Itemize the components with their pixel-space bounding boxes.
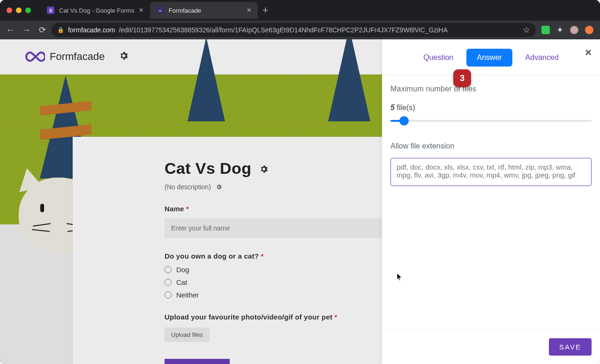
panel-tabs: Question Answer Advanced × 3 <box>382 39 600 75</box>
label-text: Name <box>165 205 184 213</box>
tab-question[interactable]: Question <box>423 51 453 65</box>
submit-button[interactable]: SUBMIT <box>165 359 230 364</box>
favicon-icon: ≣ <box>47 7 54 14</box>
gear-icon[interactable] <box>119 51 129 63</box>
extensions-icon[interactable]: ✦ <box>556 25 563 35</box>
tab-advanced[interactable]: Advanced <box>525 51 559 65</box>
form-title: Cat Vs Dog <box>165 159 251 178</box>
back-button[interactable]: ← <box>4 23 17 37</box>
slider-thumb[interactable] <box>400 117 408 125</box>
slider-track <box>390 120 592 122</box>
file-count-unit: file(s) <box>397 104 415 111</box>
close-panel-icon[interactable]: × <box>585 46 592 59</box>
tab-title: Formfacade <box>169 7 201 14</box>
window-controls <box>7 7 31 13</box>
page-viewport: Formfacade Cat Vs Dog <box>0 39 600 364</box>
tab-google-forms[interactable]: ≣ Cat Vs Dog - Google Forms × <box>40 2 150 19</box>
form-description: (No description) <box>165 183 211 191</box>
file-extension-label: Allow file extension <box>390 142 592 150</box>
gear-icon[interactable] <box>216 184 222 190</box>
required-asterisk: * <box>186 205 189 213</box>
upload-files-button[interactable]: Upload files <box>165 327 210 342</box>
tab-answer[interactable]: Answer <box>466 49 512 67</box>
favicon-icon: ∞ <box>157 7 164 14</box>
minimize-window-icon[interactable] <box>16 7 22 13</box>
decor-cone-icon <box>188 39 225 121</box>
url-host: formfacade.com <box>68 26 115 34</box>
reload-button[interactable]: ⟳ <box>36 23 49 37</box>
file-count-slider[interactable] <box>390 117 592 125</box>
required-asterisk: * <box>261 252 263 260</box>
extension-icons: ✦ <box>539 25 596 35</box>
radio-label: Dog <box>176 266 189 274</box>
new-tab-button[interactable]: + <box>258 2 273 19</box>
lock-icon: 🔒 <box>57 27 64 33</box>
file-count-value: 5 <box>390 104 395 111</box>
radio-label: Cat <box>176 278 187 286</box>
ext-icon[interactable] <box>585 26 593 34</box>
radio-label: Neither <box>176 291 199 299</box>
tab-title: Cat Vs Dog - Google Forms <box>59 7 134 14</box>
svg-point-0 <box>41 52 43 54</box>
browser-window: ≣ Cat Vs Dog - Google Forms × ∞ Formfaca… <box>0 0 600 364</box>
titlebar: ≣ Cat Vs Dog - Google Forms × ∞ Formfaca… <box>0 0 600 21</box>
panel-footer: SAVE <box>382 329 600 364</box>
save-button[interactable]: SAVE <box>549 338 592 356</box>
forward-button[interactable]: → <box>20 23 33 37</box>
address-bar[interactable]: 🔒 formfacade.com/edit/101397753425638859… <box>52 23 536 37</box>
close-window-icon[interactable] <box>7 7 12 13</box>
url-path: /edit/101397753425638859326/all/form/1FA… <box>119 26 448 34</box>
avatar-icon[interactable] <box>570 26 578 34</box>
star-icon[interactable]: ☆ <box>523 25 530 35</box>
radio-input[interactable] <box>165 266 172 273</box>
tab-strip: ≣ Cat Vs Dog - Google Forms × ∞ Formfaca… <box>40 2 273 19</box>
tab-formfacade[interactable]: ∞ Formfacade × <box>150 2 258 19</box>
brand-logo[interactable]: Formfacade <box>22 50 105 63</box>
panel-body: Maximum number of files 5 file(s) Allow … <box>382 75 600 329</box>
settings-panel: Question Answer Advanced × 3 Maximum num… <box>382 39 600 364</box>
required-asterisk: * <box>335 313 338 321</box>
brand-name: Formfacade <box>50 51 105 63</box>
close-tab-icon[interactable]: × <box>139 6 143 15</box>
toolbar: ← → ⟳ 🔒 formfacade.com/edit/101397753425… <box>0 21 600 39</box>
label-text: Do you own a dog or a cat? <box>165 252 259 260</box>
radio-input[interactable] <box>165 291 172 298</box>
logo-glyph-icon <box>22 50 45 63</box>
decor-cone-icon <box>328 39 370 121</box>
file-extension-input[interactable] <box>390 158 592 186</box>
max-files-label: Maximum number of files <box>390 85 592 93</box>
gear-icon[interactable] <box>259 164 269 174</box>
step-badge: 3 <box>453 69 471 87</box>
ext-icon[interactable] <box>541 26 550 34</box>
close-tab-icon[interactable]: × <box>247 6 251 15</box>
radio-input[interactable] <box>165 279 172 286</box>
maximize-window-icon[interactable] <box>25 7 31 13</box>
label-text: Upload your favourite photo/video/gif of… <box>165 313 332 321</box>
cursor-icon <box>397 273 403 282</box>
file-count-display: 5 file(s) <box>390 104 592 112</box>
